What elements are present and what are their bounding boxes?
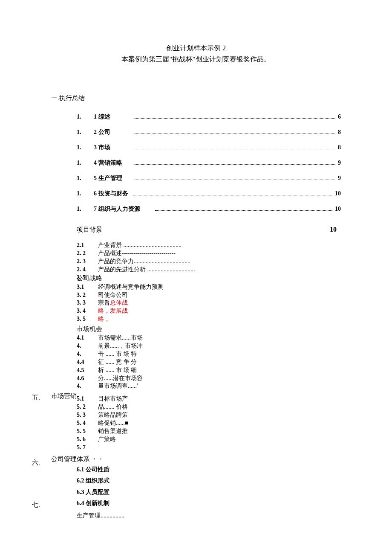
- item-text: 宗旨总体战: [98, 299, 341, 307]
- list-item: 3. 3 宗旨总体战: [77, 299, 341, 307]
- list-item: 4.击 ...... 市 场 特: [77, 350, 341, 358]
- list-item: 2. 2 产品概述---------------------------: [77, 250, 341, 258]
- list-item: 2.1 产业背景 ...............................…: [77, 241, 341, 250]
- item-text: 略促销......■: [98, 419, 341, 427]
- section-2-heading-row: 项目背景 10: [77, 226, 341, 234]
- list-item: 4.前景......，市场冲: [77, 342, 341, 350]
- list-item: 3. 2 司使命公司: [77, 291, 341, 299]
- item-num: 4.5: [77, 366, 98, 375]
- toc-num: 1.: [51, 190, 94, 197]
- item-text: 略，: [98, 315, 341, 323]
- item-num: 5. 2: [77, 403, 98, 411]
- item-num: 3. 3: [77, 299, 98, 307]
- title-line-2: 本案例为第三届"挑战杯"创业计划竞赛银奖作品。: [51, 54, 341, 65]
- toc-num: 1.: [51, 113, 94, 120]
- item-text: 产品概述---------------------------: [98, 250, 341, 258]
- section-7-heading: 生产管理................: [77, 512, 341, 520]
- item-text: 分......潜在市场容: [98, 375, 341, 383]
- toc-sub: 2 公司: [94, 128, 131, 136]
- item-num: 5. 5: [77, 427, 98, 436]
- section-4-heading: 市场机会: [77, 325, 341, 333]
- toc-num: 1.: [51, 175, 94, 182]
- leader-dots: [133, 134, 336, 134]
- list-item: 6.4 创新机制: [77, 498, 341, 509]
- item-text: 市场需求......市场: [98, 334, 341, 342]
- item-text: 析 ...... 市 场 细: [98, 366, 341, 375]
- section-5-wrap: 五. 市场营销: [51, 392, 341, 400]
- toc-item: 1. 1 综述 6: [51, 113, 341, 121]
- section-1-heading: 一.执行总结: [51, 94, 341, 102]
- section-5-heading: 市场营销: [51, 392, 341, 400]
- section-7-label: 七.: [32, 499, 40, 511]
- list-item: 2. 4 产品的先进性分析 ..........................…: [77, 266, 341, 274]
- item-num: 5. 7: [77, 444, 98, 452]
- section-3-items: 3.1 经调概述与竞争能力预测 3. 2 司使命公司 3. 3 宗旨总体战 3.…: [77, 283, 341, 323]
- item-text: 品....... 价格: [98, 403, 341, 411]
- list-item: 5. 2品....... 价格: [77, 403, 341, 411]
- list-item: 4.5析 ...... 市 场 细: [77, 366, 341, 375]
- list-item: 4.4征 ...... 竞 争 分: [77, 358, 341, 366]
- toc-sub: 4 营销策略: [94, 159, 131, 167]
- toc-num: 1.: [51, 160, 94, 166]
- item-num: 5. 6: [77, 436, 98, 444]
- item-text: 征 ...... 竞 争 分: [98, 358, 341, 366]
- item-text: 前景......，市场冲: [98, 342, 341, 350]
- toc-section-1: 1. 1 综述 6 1. 2 公司 8 1. 3 市场 8 1. 4 营销策略 …: [51, 113, 341, 213]
- document-page: 创业计划样本示例 2 本案例为第三届"挑战杯"创业计划竞赛银奖作品。 一.执行总…: [0, 0, 392, 545]
- section-6-label: 六.: [32, 459, 40, 467]
- toc-num: 1.: [51, 144, 94, 151]
- list-item: 3. 4 略，发展战: [77, 307, 341, 315]
- item-text: 产品的竞争力..................................…: [98, 258, 341, 266]
- leader-dots: [133, 149, 336, 149]
- item-num: 5. 3: [77, 411, 98, 419]
- item-text: 销售渠道推: [98, 427, 341, 436]
- leader-dots: [155, 210, 333, 211]
- toc-item: 1. 2 公司 8: [51, 128, 341, 136]
- item-num: 3. 2: [77, 291, 98, 299]
- item-text: 产业背景 ...................................…: [98, 241, 341, 250]
- toc-item: 1. 4 营销策略 9: [51, 159, 341, 167]
- item-num: 4.4: [77, 358, 98, 366]
- section-5-items: 5.1目标市场产 5. 2品....... 价格 5. 3策略品牌策 5. 4略…: [77, 395, 341, 451]
- toc-sub: 7 组织与人力资源: [94, 205, 153, 213]
- leader-dots: [133, 195, 333, 195]
- leader-dots: [133, 164, 336, 165]
- item-num: 3.1: [77, 283, 98, 291]
- list-item: 5. 3策略品牌策: [77, 411, 341, 419]
- toc-page: 9: [338, 160, 341, 166]
- toc-page: 10: [335, 206, 341, 212]
- item-text: 略，发展战: [98, 307, 341, 315]
- toc-sub: 3 市场: [94, 144, 131, 151]
- item-text: 司使命公司: [98, 291, 341, 299]
- item-num: 5. 4: [77, 419, 98, 427]
- section-5-label: 五.: [32, 394, 40, 402]
- toc-item: 1. 7 组织与人力资源 10: [51, 205, 341, 213]
- item-text: 策略品牌策: [98, 411, 341, 419]
- section-6-items: 6.1 公司性质 6.2 组织形式 6.3 人员配置 七. 6.4 创新机制: [77, 464, 341, 509]
- item-num: 3. 4: [77, 307, 98, 315]
- toc-item: 1. 6 投资与财务 10: [51, 190, 341, 198]
- item-num: 2. 4: [77, 266, 98, 274]
- item-num: 4.6: [77, 375, 98, 383]
- item-num: 2.1: [77, 241, 98, 250]
- item-num: 3. 5: [77, 315, 98, 323]
- item-text: 经调概述与竞争能力预测: [98, 283, 341, 291]
- list-item: 5. 6广策略: [77, 436, 341, 444]
- item-text: 量市场调查......': [98, 382, 341, 390]
- list-item: 3. 5 略，: [77, 315, 341, 323]
- list-item: 5. 7: [77, 444, 341, 452]
- toc-page: 6: [338, 113, 341, 120]
- list-item: 5. 4略促销......■: [77, 419, 341, 427]
- toc-item: 1. 3 市场 8: [51, 144, 341, 151]
- section-6-wrap: 六. 公司管理体系 ・・: [51, 455, 341, 463]
- list-item: 3.1 经调概述与竞争能力预测: [77, 283, 341, 291]
- leader-dots: [133, 180, 336, 180]
- toc-page: 8: [338, 144, 341, 151]
- list-item: 4.1市场需求......市场: [77, 334, 341, 342]
- toc-num: 1.: [51, 129, 94, 136]
- item-text: 击 ...... 市 场 特: [98, 350, 341, 358]
- item-num: 4.: [77, 342, 98, 350]
- toc-num: 1.: [51, 206, 94, 212]
- toc-sub: 6 投资与财务: [94, 190, 131, 198]
- item-num: 2. 2: [77, 250, 98, 258]
